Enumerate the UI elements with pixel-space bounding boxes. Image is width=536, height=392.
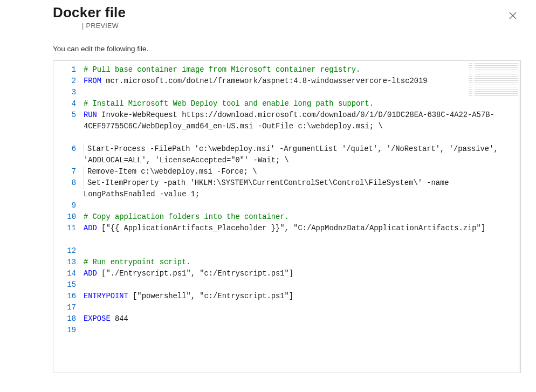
line-number: 7 [53, 166, 76, 177]
code-line[interactable] [84, 87, 511, 98]
line-number: 10 [53, 211, 76, 223]
code-line[interactable]: Start-Process -FilePath 'c:\webdeploy.ms… [84, 143, 511, 166]
dockerfile-preview-panel: Docker file | PREVIEW You can edit the f… [0, 0, 536, 373]
code-line[interactable]: # Install Microsoft Web Deploy tool and … [84, 98, 511, 109]
code-line[interactable]: # Copy application folders into the cont… [84, 211, 511, 223]
code-line[interactable]: ADD ["{{ ApplicationArtifacts_Placeholde… [84, 223, 511, 245]
line-number: 2 [53, 75, 76, 87]
line-number-gutter: 12345678910111213141516171819 [53, 61, 84, 373]
code-line[interactable]: Set-ItemProperty -path 'HKLM:\SYSTEM\Cur… [84, 177, 511, 200]
subtitle: | PREVIEW [53, 22, 126, 30]
line-number: 14 [53, 268, 76, 279]
instruction-text: You can edit the following file. [53, 45, 521, 53]
page-title: Docker file [53, 4, 126, 21]
title-block: Docker file | PREVIEW [53, 4, 126, 30]
subtitle-separator: | [82, 22, 84, 30]
code-line[interactable]: RUN Invoke-WebRequest https://download.m… [84, 109, 511, 143]
line-number: 1 [53, 64, 76, 75]
code-line[interactable] [84, 302, 511, 313]
close-icon [509, 12, 517, 21]
code-editor[interactable]: 12345678910111213141516171819 # Pull bas… [53, 60, 521, 373]
code-line[interactable]: # Run entrypoint script. [84, 257, 511, 268]
preview-tag: PREVIEW [86, 22, 119, 30]
code-line[interactable] [84, 325, 511, 336]
code-content[interactable]: # Pull base container image from Microso… [84, 61, 520, 373]
line-number: 4 [53, 98, 76, 109]
code-line[interactable]: # Pull base container image from Microso… [84, 64, 511, 75]
editor-scroll[interactable]: 12345678910111213141516171819 # Pull bas… [53, 61, 520, 373]
line-number: 6 [53, 143, 76, 166]
line-number: 11 [53, 223, 76, 245]
line-number: 13 [53, 257, 76, 268]
line-number: 12 [53, 245, 76, 257]
line-number: 8 [53, 177, 76, 200]
line-number: 5 [53, 109, 76, 143]
panel-header: Docker file | PREVIEW [53, 0, 521, 30]
code-line[interactable]: EXPOSE 844 [84, 313, 511, 325]
line-number: 19 [53, 325, 76, 336]
line-number: 9 [53, 200, 76, 211]
line-number: 16 [53, 291, 76, 302]
close-button[interactable] [505, 8, 521, 25]
code-line[interactable]: ADD ["./Entryscript.ps1", "c:/Entryscrip… [84, 268, 511, 279]
code-line[interactable]: FROM mcr.microsoft.com/dotnet/framework/… [84, 75, 511, 87]
line-number: 3 [53, 87, 76, 98]
code-line[interactable] [84, 245, 511, 257]
code-line[interactable]: ENTRYPOINT ["powershell", "c:/Entryscrip… [84, 291, 511, 302]
line-number: 18 [53, 313, 76, 325]
code-line[interactable] [84, 200, 511, 211]
line-number: 15 [53, 279, 76, 291]
code-line[interactable] [84, 279, 511, 291]
code-line[interactable]: Remove-Item c:\webdeploy.msi -Force; \ [84, 166, 511, 177]
line-number: 17 [53, 302, 76, 313]
